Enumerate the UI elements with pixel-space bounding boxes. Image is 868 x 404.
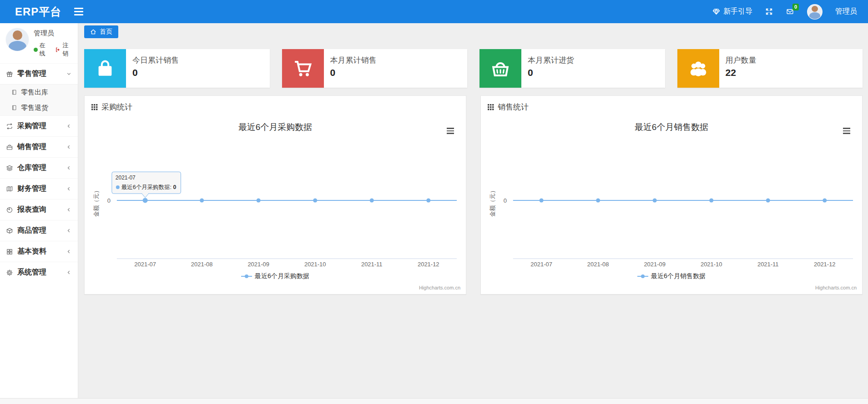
book-icon [6,185,13,193]
grid-icon [6,248,13,255]
svg-text:2021-12: 2021-12 [814,261,836,268]
gem-icon [712,8,720,15]
svg-text:2021-07: 2021-07 [116,175,136,181]
sidebar-item-basic-data[interactable]: 基本资料 [0,241,78,262]
breadcrumb-home-tab[interactable]: 首页 [84,25,118,38]
logout-link[interactable]: 注销 [55,41,73,58]
svg-text:最近6个月销售数据: 最近6个月销售数据 [635,122,708,132]
chart-context-menu-button[interactable] [841,126,852,136]
top-navbar: ERP平台 新手引导 0 [0,0,868,23]
sidebar-item-system[interactable]: 系统管理 [0,262,78,283]
svg-text:0: 0 [107,197,111,204]
chart-panels-row: 采购统计 最近6个月采购数据金额（元）02021-072021-082021-0… [84,95,863,294]
pie-chart-icon [6,206,13,214]
stat-card-month-purchase: 本月累计进货 0 [479,49,665,88]
svg-text:2021-08: 2021-08 [587,261,609,268]
breadcrumb-label: 首页 [100,28,112,36]
chevron-left-icon [66,228,72,234]
chevron-left-icon [66,123,72,129]
svg-text:2021-07: 2021-07 [530,261,552,268]
shopping-bag-icon [84,49,126,88]
sidebar-subitem-retail-return[interactable]: 零售退货 [0,100,78,115]
legend-item-sales[interactable]: 最近6个月销售数据 [481,272,862,280]
svg-text:2021-09: 2021-09 [644,261,666,268]
sidebar-item-goods[interactable]: 商品管理 [0,220,78,241]
sales-stats-panel: 销售统计 最近6个月销售数据金额（元）02021-072021-082021-0… [480,95,863,294]
mail-button[interactable]: 0 [786,8,794,15]
svg-text:2021-08: 2021-08 [191,261,213,268]
chevron-left-icon [66,269,72,275]
legend-marker-icon [637,274,648,279]
purchase-chart-canvas: 最近6个月采购数据金额（元）02021-072021-082021-092021… [85,114,466,270]
svg-text:2021-10: 2021-10 [701,261,722,268]
guide-menu-item[interactable]: 新手引导 [712,7,752,16]
shopping-basket-icon [479,49,521,88]
guide-label: 新手引导 [723,7,752,16]
legend-item-purchase[interactable]: 最近6个月采购数据 [85,272,466,280]
mail-badge: 0 [792,4,799,10]
briefcase-icon [6,144,13,151]
sidebar-username: 管理员 [34,29,73,38]
fullscreen-button[interactable] [765,8,773,15]
chart-context-menu-button[interactable] [445,126,456,136]
legend-label: 最近6个月采购数据 [255,272,309,280]
sidebar-avatar [5,28,29,51]
brand-logo[interactable]: ERP平台 [0,5,61,19]
svg-text:2021-12: 2021-12 [418,261,439,268]
stat-card-today-sales: 今日累计销售 0 [84,49,270,88]
page-footer [0,398,868,404]
chevron-left-icon [66,144,72,150]
shopping-cart-icon [282,49,324,88]
online-status-dot [34,48,38,52]
chevron-left-icon [66,186,72,192]
sidebar-subitem-retail-outbound[interactable]: 零售出库 [0,85,78,100]
sidebar-item-reports[interactable]: 报表查询 [0,199,78,220]
doc-icon [11,89,17,95]
svg-text:0: 0 [504,197,507,204]
svg-text:金额（元）: 金额（元） [93,188,100,217]
th-grid-icon [488,104,494,110]
sign-out-icon [55,47,61,53]
highcharts-credit[interactable]: Highcharts.com.cn [815,285,857,290]
panel-title: 采购统计 [101,102,132,112]
svg-text:2021-11: 2021-11 [757,261,779,268]
svg-text:2021-11: 2021-11 [361,261,383,268]
sales-chart-canvas: 最近6个月销售数据金额（元）02021-072021-082021-092021… [481,114,862,270]
svg-text:金额（元）: 金额（元） [489,188,496,217]
sidebar-item-label: 零售管理 [17,69,46,79]
chevron-down-icon [66,71,72,77]
legend-label: 最近6个月销售数据 [651,272,706,280]
gear-icon [6,269,13,276]
box-icon [6,227,13,234]
chevron-left-icon [66,165,72,171]
chevron-left-icon [66,249,72,254]
navbar-username[interactable]: 管理员 [835,7,857,16]
sidebar-item-purchase[interactable]: 采购管理 [0,115,78,136]
fullscreen-icon [765,8,773,15]
stat-card-month-sales: 本月累计销售 0 [282,49,468,88]
svg-text:最近6个月采购数据: 0: 最近6个月采购数据: 0 [121,184,177,190]
sidebar-item-sales[interactable]: 销售管理 [0,136,78,157]
svg-text:最近6个月采购数据: 最近6个月采购数据 [238,122,312,132]
sidebar: 管理员 在线 注销 [0,23,78,404]
stat-cards-row: 今日累计销售 0 本月累计销售 0 [84,49,863,88]
stat-card-value: 0 [132,67,179,78]
svg-text:2021-09: 2021-09 [247,261,269,268]
chevron-left-icon [66,207,72,213]
layers-icon [6,165,13,172]
stat-card-label: 今日累计销售 [132,55,179,65]
users-icon [677,49,719,88]
sidebar-item-warehouse[interactable]: 仓库管理 [0,157,78,178]
sidebar-item-retail[interactable]: 零售管理 [0,63,78,84]
sidebar-menu: 零售管理 零售出库 零售退货 [0,63,78,283]
sidebar-item-finance[interactable]: 财务管理 [0,178,78,199]
navbar-avatar[interactable] [807,4,823,20]
online-status-label: 在线 [40,41,51,58]
gift-icon [6,70,13,78]
doc-icon [11,105,17,111]
highcharts-credit[interactable]: Highcharts.com.cn [419,285,460,290]
main-content: 首页 今日累计销售 0 [78,23,868,404]
exchange-icon [6,123,13,130]
sidebar-toggle-button[interactable] [71,5,86,18]
home-icon [90,29,96,35]
